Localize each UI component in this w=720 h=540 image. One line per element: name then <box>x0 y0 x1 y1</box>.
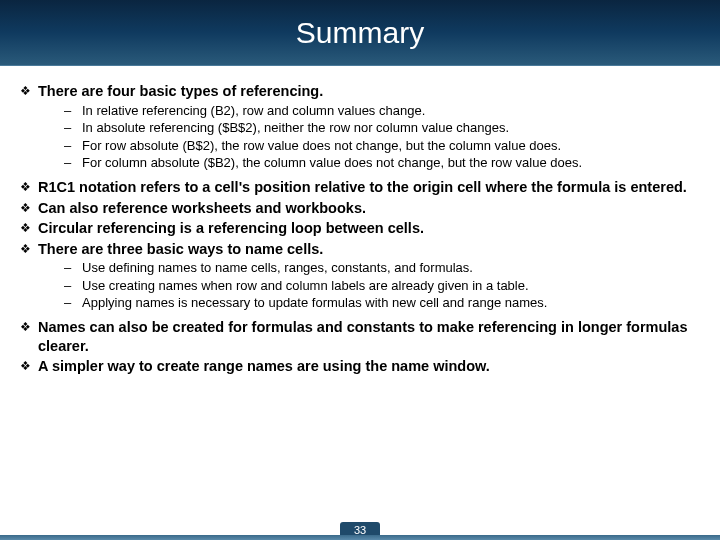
dash-bullet-icon: – <box>64 138 82 155</box>
slide-footer: 33 <box>0 512 720 540</box>
list-item: ❖ Circular referencing is a referencing … <box>20 219 700 238</box>
list-item: ❖ There are four basic types of referenc… <box>20 82 700 101</box>
list-item: – Use defining names to name cells, rang… <box>64 260 700 277</box>
sub-list: – In relative referencing (B2), row and … <box>64 103 700 173</box>
dash-bullet-icon: – <box>64 155 82 172</box>
list-item: ❖ Names can also be created for formulas… <box>20 318 700 355</box>
sub-bullet-text: For row absolute (B$2), the row value do… <box>82 138 561 155</box>
list-item: ❖ Can also reference worksheets and work… <box>20 199 700 218</box>
slide-header: Summary <box>0 0 720 66</box>
list-item: – Applying names is necessary to update … <box>64 295 700 312</box>
list-item: ❖ There are three basic ways to name cel… <box>20 240 700 259</box>
bullet-text: Can also reference worksheets and workbo… <box>38 199 700 218</box>
sub-bullet-text: Use defining names to name cells, ranges… <box>82 260 473 277</box>
slide-content: ❖ There are four basic types of referenc… <box>0 66 720 512</box>
list-item: – In relative referencing (B2), row and … <box>64 103 700 120</box>
slide-title: Summary <box>296 16 424 50</box>
slide: Summary ❖ There are four basic types of … <box>0 0 720 540</box>
sub-bullet-text: Use creating names when row and column l… <box>82 278 529 295</box>
diamond-bullet-icon: ❖ <box>20 318 38 355</box>
diamond-bullet-icon: ❖ <box>20 82 38 101</box>
diamond-bullet-icon: ❖ <box>20 219 38 238</box>
bullet-text: Circular referencing is a referencing lo… <box>38 219 700 238</box>
dash-bullet-icon: – <box>64 278 82 295</box>
list-item: ❖ R1C1 notation refers to a cell's posit… <box>20 178 700 197</box>
diamond-bullet-icon: ❖ <box>20 199 38 218</box>
bullet-text: R1C1 notation refers to a cell's positio… <box>38 178 700 197</box>
dash-bullet-icon: – <box>64 260 82 277</box>
sub-bullet-text: In relative referencing (B2), row and co… <box>82 103 425 120</box>
bullet-text: Names can also be created for formulas a… <box>38 318 700 355</box>
list-item: – For column absolute ($B2), the column … <box>64 155 700 172</box>
diamond-bullet-icon: ❖ <box>20 240 38 259</box>
sub-list: – Use defining names to name cells, rang… <box>64 260 700 312</box>
dash-bullet-icon: – <box>64 103 82 120</box>
diamond-bullet-icon: ❖ <box>20 178 38 197</box>
list-item: – Use creating names when row and column… <box>64 278 700 295</box>
dash-bullet-icon: – <box>64 295 82 312</box>
dash-bullet-icon: – <box>64 120 82 137</box>
diamond-bullet-icon: ❖ <box>20 357 38 376</box>
footer-bar <box>0 535 720 540</box>
bullet-text: There are four basic types of referencin… <box>38 82 700 101</box>
list-item: ❖ A simpler way to create range names ar… <box>20 357 700 376</box>
sub-bullet-text: In absolute referencing ($B$2), neither … <box>82 120 509 137</box>
list-item: – In absolute referencing ($B$2), neithe… <box>64 120 700 137</box>
sub-bullet-text: For column absolute ($B2), the column va… <box>82 155 582 172</box>
bullet-text: There are three basic ways to name cells… <box>38 240 700 259</box>
list-item: – For row absolute (B$2), the row value … <box>64 138 700 155</box>
bullet-text: A simpler way to create range names are … <box>38 357 700 376</box>
sub-bullet-text: Applying names is necessary to update fo… <box>82 295 547 312</box>
